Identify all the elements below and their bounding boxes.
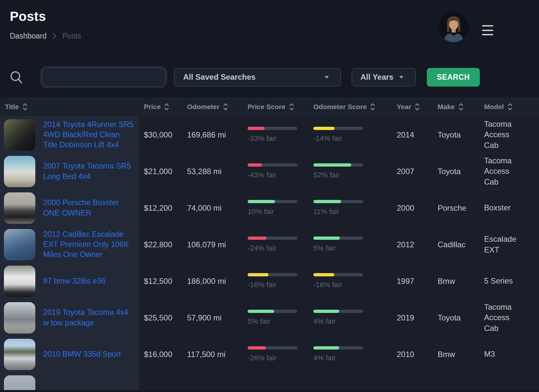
column-header-year[interactable]: Year [391,103,432,111]
price-score: -24% fair [248,237,297,253]
year-value: 2010 [397,350,414,359]
breadcrumb-dashboard[interactable]: Dashboard [10,32,47,41]
year-value: 2019 [397,313,414,322]
model-value: 5 Series [484,276,523,286]
price-value: $22,800 [144,240,172,249]
avatar-photo [439,12,469,42]
odometer-score-bar [313,273,363,276]
price-score-bar [248,237,297,240]
odometer-score: -16% fair [313,273,363,289]
column-header-title[interactable]: Title [0,103,139,111]
odometer-score-label: 4% fair [313,354,363,362]
year-value: 2014 [397,130,414,139]
column-header-model[interactable]: Model [479,102,539,111]
year-value: 2007 [397,167,414,176]
saved-searches-select[interactable]: All Saved Searches [174,68,341,87]
search-input[interactable] [42,68,165,87]
search-icon [10,70,24,84]
model-value: Tacoma Access Cab [484,302,523,334]
post-title-link[interactable]: 2010 BMW 335d Sport [43,349,121,359]
chevron-down-icon [399,75,404,79]
vehicle-thumbnail[interactable] [4,266,35,297]
odometer-score: 4% fair [313,346,363,362]
odometer-score-bar [313,310,363,313]
price-score-bar [248,127,297,130]
vehicle-thumbnail[interactable] [4,119,35,151]
model-value: Boxster [484,203,523,213]
price-value: $16,000 [144,350,172,359]
odometer-score-label: -14% fair [313,134,363,143]
year-value: 2012 [397,240,414,249]
price-score: 5% fair [248,310,297,326]
model-value: Tacoma Access Cab [484,155,523,187]
table-row: 2019 Toyota Tacoma 4x4 w tow package $25… [0,299,539,336]
price-score-label: -26% fair [248,354,297,362]
make-value: Bmw [438,350,455,359]
table-row: 97 bmw 328is e36 $12,500 186,000 mi -16%… [0,263,539,299]
vehicle-thumbnail[interactable] [4,229,35,260]
column-header-odometer[interactable]: Odometer [182,103,242,111]
search-button[interactable]: SEARCH [427,68,480,87]
column-header-price[interactable]: Price [139,103,182,111]
vehicle-thumbnail[interactable] [4,339,35,370]
price-value: $25,500 [144,313,172,322]
vehicle-thumbnail[interactable] [4,375,35,390]
odometer-score: 52% fair [313,163,363,179]
post-title-link[interactable]: 97 bmw 328is e36 [43,276,106,286]
vehicle-thumbnail[interactable] [4,302,35,334]
price-score: 10% fair [248,200,297,216]
sort-icon [415,103,420,111]
sort-icon [223,103,228,111]
column-header-odometer-score[interactable]: Odometer Score [308,103,391,111]
odometer-value: 57,900 mi [187,313,221,322]
table-row-partial [0,372,539,390]
odometer-score-bar [313,237,363,240]
year-value: 1997 [397,277,414,286]
vehicle-thumbnail[interactable] [4,156,35,187]
vehicle-thumbnail[interactable] [4,192,35,224]
years-select[interactable]: All Years [352,68,416,87]
chevron-right-icon [52,33,57,40]
model-value: Escalade EXT [484,234,523,255]
odometer-score: -14% fair [313,127,363,143]
make-value: Bmw [438,277,455,286]
price-score: -33% fair [248,127,297,143]
odometer-score-label: 5% fair [313,244,363,253]
table-row: 2012 Cadillac Escalade EXT Premium Only … [0,226,539,263]
menu-icon[interactable] [482,25,493,35]
column-header-price-score[interactable]: Price Score [242,103,308,111]
price-score-bar [248,310,297,313]
price-score: -16% fair [248,273,297,289]
sort-icon [459,103,463,111]
column-header-make[interactable]: Make [432,103,479,111]
post-title-link[interactable]: 2000 Porsche Boxster ONE OWNER [43,198,135,218]
post-title-link[interactable]: 2019 Toyota Tacoma 4x4 w tow package [43,307,135,328]
odometer-score-label: -16% fair [313,281,363,289]
price-value: $12,200 [144,204,172,213]
post-title-link[interactable]: 2012 Cadillac Escalade EXT Premium Only … [43,229,135,260]
toolbar: All Saved Searches All Years SEARCH [0,67,539,87]
price-score-bar [248,273,297,276]
price-value: $21,000 [144,167,172,176]
price-score-label: 10% fair [248,207,297,216]
make-value: Porsche [438,204,466,213]
table-header-row: Title Price Odometer Price Score Odomete… [0,97,539,116]
sort-icon [164,103,169,111]
odometer-score-bar [313,346,363,350]
chevron-down-icon [324,75,329,79]
price-score-label: -33% fair [248,134,297,143]
table-row: 2000 Porsche Boxster ONE OWNER $12,200 7… [0,189,539,226]
post-title-link[interactable]: 2014 Toyota 4Runner SR5 4WD Black/Red Cl… [43,120,135,150]
odometer-score: 4% fair [313,310,363,326]
odometer-score-bar [313,163,363,167]
price-score-label: 5% fair [248,317,297,326]
avatar[interactable] [439,12,469,42]
sort-icon [508,103,539,111]
saved-searches-value: All Saved Searches [183,73,255,82]
table-row: 2010 BMW 335d Sport $16,000 117,500 mi -… [0,336,539,372]
post-title-link[interactable]: 2007 Toyota Tacoma SR5 Long Bed 4x4 [43,161,135,182]
price-score-bar [248,163,297,167]
model-value: Tacoma Access Cab [484,119,523,151]
odometer-value: 169,686 mi [187,130,226,139]
odometer-value: 117,500 mi [187,350,225,359]
